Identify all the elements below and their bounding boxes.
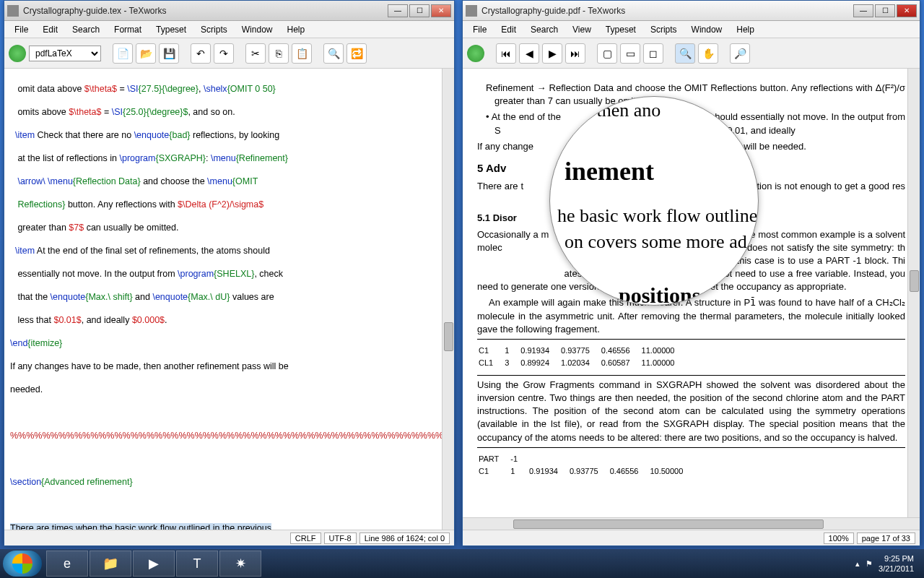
find-button[interactable]: 🔍: [323, 43, 344, 64]
save-button[interactable]: 💾: [159, 43, 179, 64]
system-tray[interactable]: ▴ ⚑ 9:25 PM 3/21/2011: [855, 553, 921, 574]
tray-show-hidden-icon[interactable]: ▴: [855, 559, 860, 569]
tex-editor-window: Crystallography-guide.tex - TeXworks — ☐…: [4, 0, 455, 546]
windows-logo-icon: [12, 553, 32, 574]
typeset-button[interactable]: [9, 45, 26, 62]
toolbar-left: pdfLaTeX 📄 📂 💾 ↶ ↷ ✂ ⎘ 📋 🔍 🔁: [4, 38, 454, 69]
app-icon: [466, 5, 477, 17]
close-button[interactable]: ✕: [431, 4, 451, 17]
status-position: Line 986 of 1624; col 0: [359, 532, 450, 544]
menu-scripts[interactable]: Scripts: [643, 23, 684, 36]
paste-button[interactable]: 📋: [292, 43, 312, 64]
taskbar: e 📁 ▶ T ✷ ▴ ⚑ 9:25 PM 3/21/2011: [0, 549, 924, 578]
pdf-text: Refinement → Reflection Data and choose …: [494, 82, 905, 108]
status-zoom[interactable]: 100%: [824, 532, 854, 544]
open-button[interactable]: 📂: [136, 43, 156, 64]
menu-edit[interactable]: Edit: [35, 23, 65, 36]
menu-help[interactable]: Help: [729, 23, 762, 36]
pdf-text: Using the Grow Fragments command in SXGR…: [477, 379, 905, 444]
fit-page-button[interactable]: ▢: [597, 43, 617, 64]
typeset-button[interactable]: [467, 45, 484, 62]
source-editor[interactable]: omit data above $\theta$ = \SI{27.5}{\de…: [4, 69, 454, 530]
menu-view[interactable]: View: [565, 23, 598, 36]
pdf-hscroll[interactable]: [463, 517, 920, 530]
maximize-button[interactable]: ☐: [409, 4, 430, 17]
nav-last-button[interactable]: ⏭: [565, 43, 585, 64]
taskbar-media[interactable]: ▶: [133, 551, 175, 577]
actual-size-button[interactable]: ◻: [643, 43, 663, 64]
pdf-view[interactable]: Refinement → Reflection Data and choose …: [463, 69, 920, 517]
titlebar-left[interactable]: Crystallography-guide.tex - TeXworks — ☐…: [4, 1, 454, 21]
pan-tool-button[interactable]: ✋: [698, 43, 718, 64]
statusbar-left: CRLF UTF-8 Line 986 of 1624; col 0: [4, 530, 454, 545]
maximize-button[interactable]: ☐: [875, 4, 895, 17]
window-title: Crystallography-guide.tex - TeXworks: [23, 6, 388, 16]
menu-typeset[interactable]: Typeset: [149, 23, 193, 36]
menu-file[interactable]: File: [7, 23, 35, 36]
window-title: Crystallography-guide.pdf - TeXworks: [481, 6, 853, 16]
copy-button[interactable]: ⎘: [269, 43, 289, 64]
replace-button[interactable]: 🔁: [346, 43, 367, 64]
titlebar-right[interactable]: Crystallography-guide.pdf - TeXworks — ☐…: [463, 1, 920, 21]
cut-button[interactable]: ✂: [245, 43, 266, 64]
pdf-table: C110.919340.937750.4655611.00000 CL130.8…: [477, 344, 687, 371]
nav-next-button[interactable]: ▶: [542, 43, 562, 64]
pdf-preview-window: Crystallography-guide.pdf - TeXworks — ☐…: [462, 0, 920, 546]
menu-window[interactable]: Window: [684, 23, 730, 36]
close-button[interactable]: ✕: [897, 4, 917, 17]
menubar-left: File Edit Search Format Typeset Scripts …: [4, 21, 454, 38]
pdf-vscroll[interactable]: [907, 69, 920, 517]
app-icon: [7, 5, 19, 17]
pdf-text: If any change ass will be needed.: [477, 140, 905, 153]
taskbar-explorer[interactable]: 📁: [90, 551, 131, 577]
fit-width-button[interactable]: ▭: [620, 43, 640, 64]
menu-window[interactable]: Window: [235, 23, 280, 36]
magnify-tool-button[interactable]: 🔍: [675, 43, 695, 64]
taskbar-ie[interactable]: e: [46, 551, 88, 577]
menu-search[interactable]: Search: [523, 23, 565, 36]
minimize-button[interactable]: —: [388, 4, 408, 17]
redo-button[interactable]: ↷: [214, 43, 234, 64]
toolbar-right: ⏮ ◀ ▶ ⏭ ▢ ▭ ◻ 🔍 ✋ 🔎: [463, 38, 920, 69]
menu-typeset[interactable]: Typeset: [598, 23, 643, 36]
pdf-table: PART-1 C110.919340.937750.4655610.50000: [477, 452, 694, 479]
menu-scripts[interactable]: Scripts: [193, 23, 235, 36]
nav-prev-button[interactable]: ◀: [519, 43, 539, 64]
nav-first-button[interactable]: ⏮: [496, 43, 516, 64]
menubar-right: File Edit Search View Typeset Scripts Wi…: [463, 21, 920, 38]
statusbar-right: 100% page 17 of 33: [463, 530, 920, 545]
tray-flag-icon[interactable]: ⚑: [866, 559, 873, 569]
menu-search[interactable]: Search: [65, 23, 107, 36]
undo-button[interactable]: ↶: [191, 43, 211, 64]
menu-format[interactable]: Format: [107, 23, 149, 36]
menu-file[interactable]: File: [466, 23, 494, 36]
start-button[interactable]: [3, 551, 42, 577]
menu-help[interactable]: Help: [279, 23, 312, 36]
pdf-heading: 5 Adv: [477, 160, 905, 176]
engine-select[interactable]: pdfLaTeX: [29, 46, 101, 61]
status-crlf[interactable]: CRLF: [290, 532, 321, 544]
taskbar-app[interactable]: ✷: [219, 551, 261, 577]
new-button[interactable]: 📄: [113, 43, 133, 64]
taskbar-texworks[interactable]: T: [176, 551, 218, 577]
pdf-subheading: 5.1 Disor: [477, 212, 905, 225]
pdf-text: An example will again make this much cle…: [477, 296, 905, 336]
pdf-text: There are t ious section is not enough t…: [477, 180, 905, 206]
status-page[interactable]: page 17 of 33: [857, 532, 915, 544]
pdf-page: Refinement → Reflection Data and choose …: [463, 69, 920, 493]
pdf-text: Occasionally a m position. The most comm…: [477, 228, 905, 294]
find-button[interactable]: 🔎: [730, 43, 750, 64]
tray-clock[interactable]: 9:25 PM 3/21/2011: [879, 553, 914, 574]
pdf-text: • At the end of the atoms should essenti…: [494, 111, 905, 137]
status-encoding[interactable]: UTF-8: [324, 532, 357, 544]
editor-vscroll[interactable]: [442, 69, 454, 530]
menu-edit[interactable]: Edit: [494, 23, 523, 36]
minimize-button[interactable]: —: [853, 4, 873, 17]
